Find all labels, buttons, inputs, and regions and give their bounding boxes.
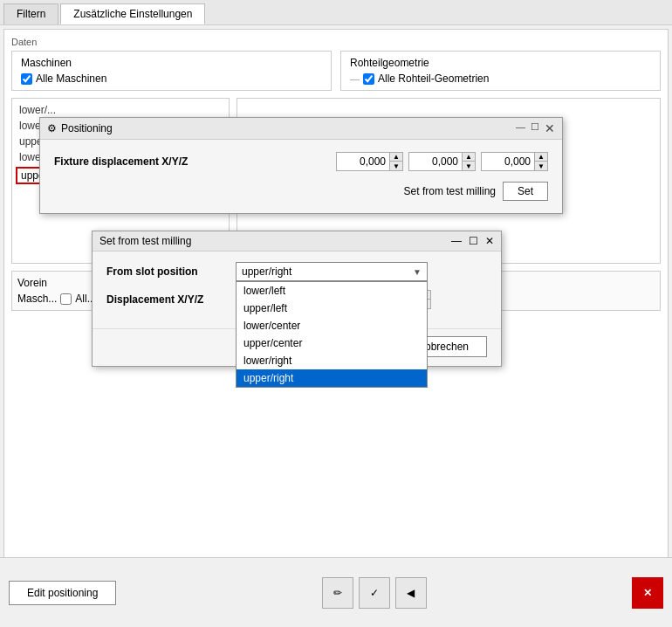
positioning-dialog: ⚙ Positioning — ☐ ✕ Fixture displacement… xyxy=(39,117,563,214)
back-icon-button[interactable]: ◀ xyxy=(395,577,427,609)
close-x-icon: ✕ xyxy=(643,587,652,599)
set-from-minimize-icon[interactable]: — xyxy=(451,235,462,247)
spinner-z[interactable]: ▲ ▼ xyxy=(481,152,548,171)
spinner-x-input[interactable] xyxy=(337,154,389,169)
set-from-content: From slot position upper/right ▼ lower/l… xyxy=(93,251,501,328)
option-upper-right[interactable]: upper/right xyxy=(237,369,427,387)
from-slot-dropdown-wrapper: upper/right ▼ lower/left upper/left lowe… xyxy=(236,262,487,281)
spinner-z-down[interactable]: ▼ xyxy=(535,162,547,170)
spinner-y[interactable]: ▲ ▼ xyxy=(408,152,476,171)
dropdown-arrow-icon: ▼ xyxy=(413,267,422,277)
maschinen-sub-label: Masch... xyxy=(17,293,57,305)
option-lower-right[interactable]: lower/right xyxy=(237,352,427,369)
positioning-gear-icon: ⚙ xyxy=(47,122,57,134)
all-maschinen-sub-checkbox[interactable] xyxy=(60,293,72,305)
spinner-z-input[interactable] xyxy=(482,154,534,169)
option-upper-left[interactable]: upper/left xyxy=(237,300,427,317)
positioning-content: Fixture displacement X/Y/Z ▲ ▼ ▲ ▼ xyxy=(40,140,562,213)
alle-maschinen-row: Alle Maschinen xyxy=(21,72,322,85)
tab-bar: Filtern Zusätzliche Einstellungen xyxy=(0,0,672,25)
set-from-title: Set from test milling xyxy=(99,235,191,247)
positioning-close-icon[interactable]: ✕ xyxy=(545,121,555,135)
pencil-icon-button[interactable]: ✏ xyxy=(322,577,353,609)
spinner-x[interactable]: ▲ ▼ xyxy=(336,152,403,171)
alle-rohteil-row: — Alle Rohteil-Geometrien xyxy=(350,72,651,85)
tab-filtern[interactable]: Filtern xyxy=(3,3,58,24)
list-item-0[interactable]: lower/... xyxy=(16,102,225,118)
from-slot-row: From slot position upper/right ▼ lower/l… xyxy=(106,262,487,281)
check-icon: ✓ xyxy=(370,587,379,599)
set-from-maximize-icon[interactable]: ☐ xyxy=(469,235,478,247)
spinner-z-up[interactable]: ▲ xyxy=(535,153,547,162)
set-from-close-icon[interactable]: ✕ xyxy=(485,235,494,247)
set-from-label: Set from test milling xyxy=(404,185,496,197)
from-slot-dropdown[interactable]: upper/right ▼ xyxy=(236,262,428,281)
close-icon-button[interactable]: ✕ xyxy=(632,577,663,609)
from-slot-value: upper/right xyxy=(242,265,291,278)
positioning-title: Positioning xyxy=(61,122,113,134)
alle-rohteil-label: Alle Rohteil-Geometrien xyxy=(378,72,489,85)
set-row: Set from test milling Set xyxy=(54,182,548,201)
fixture-label: Fixture displacement X/Y/Z xyxy=(54,155,188,168)
section-daten-label: Daten xyxy=(11,37,661,47)
dropdown-list: lower/left upper/left lower/center upper… xyxy=(236,281,428,388)
option-lower-center[interactable]: lower/center xyxy=(237,317,427,334)
set-from-dialog: Set from test milling — ☐ ✕ From slot po… xyxy=(92,231,502,367)
positioning-minimize-icon[interactable]: — xyxy=(516,121,525,135)
spinner-x-down[interactable]: ▼ xyxy=(390,162,402,170)
rohteil-title: Rohteilgeometrie xyxy=(350,57,651,69)
back-icon: ◀ xyxy=(407,587,415,599)
set-from-titlebar: Set from test milling — ☐ ✕ xyxy=(93,231,501,251)
rohteil-panel: Rohteilgeometrie — Alle Rohteil-Geometri… xyxy=(340,51,661,91)
alle-rohteil-checkbox[interactable] xyxy=(363,73,374,85)
alle-maschinen-label: Alle Maschinen xyxy=(36,72,106,85)
spinner-group: ▲ ▼ ▲ ▼ ▲ xyxy=(336,152,548,171)
bottom-bar: Edit positioning ✏ ✓ ◀ ✕ xyxy=(0,557,672,627)
vorein-label: Vorein xyxy=(17,277,47,289)
alle-maschinen-checkbox[interactable] xyxy=(21,73,32,85)
spinner-y-up[interactable]: ▲ xyxy=(463,153,475,162)
set-from-titlebar-icons: — ☐ ✕ xyxy=(451,235,494,247)
displacement-label: Displacement X/Y/Z xyxy=(106,290,229,306)
from-slot-label: From slot position xyxy=(106,262,229,278)
bottom-icons: ✏ ✓ ◀ xyxy=(322,577,427,609)
spinner-y-input[interactable] xyxy=(409,154,462,169)
option-upper-center[interactable]: upper/center xyxy=(237,334,427,352)
fixture-row: Fixture displacement X/Y/Z ▲ ▼ ▲ ▼ xyxy=(54,152,548,171)
tab-zusatzliche[interactable]: Zusätzliche Einstellungen xyxy=(60,3,205,24)
positioning-titlebar: ⚙ Positioning — ☐ ✕ xyxy=(40,118,562,140)
edit-positioning-button[interactable]: Edit positioning xyxy=(9,581,116,605)
spinner-x-arrows: ▲ ▼ xyxy=(389,153,402,170)
maschinen-panel: Maschinen Alle Maschinen xyxy=(11,51,332,91)
spinner-y-down[interactable]: ▼ xyxy=(463,162,475,170)
set-button[interactable]: Set xyxy=(503,182,548,201)
pencil-icon: ✏ xyxy=(333,587,342,599)
option-lower-left[interactable]: lower/left xyxy=(237,282,427,300)
maschinen-title: Maschinen xyxy=(21,57,322,69)
spinner-z-arrows: ▲ ▼ xyxy=(534,153,547,170)
positioning-titlebar-icons: — ☐ ✕ xyxy=(516,121,555,135)
positioning-maximize-icon[interactable]: ☐ xyxy=(531,121,539,135)
check-icon-button[interactable]: ✓ xyxy=(359,577,390,609)
main-area: Daten Maschinen Alle Maschinen Rohteilge… xyxy=(3,29,669,586)
data-row: Maschinen Alle Maschinen Rohteilgeometri… xyxy=(11,51,661,91)
spinner-x-up[interactable]: ▲ xyxy=(390,153,402,162)
spinner-y-arrows: ▲ ▼ xyxy=(462,153,475,170)
